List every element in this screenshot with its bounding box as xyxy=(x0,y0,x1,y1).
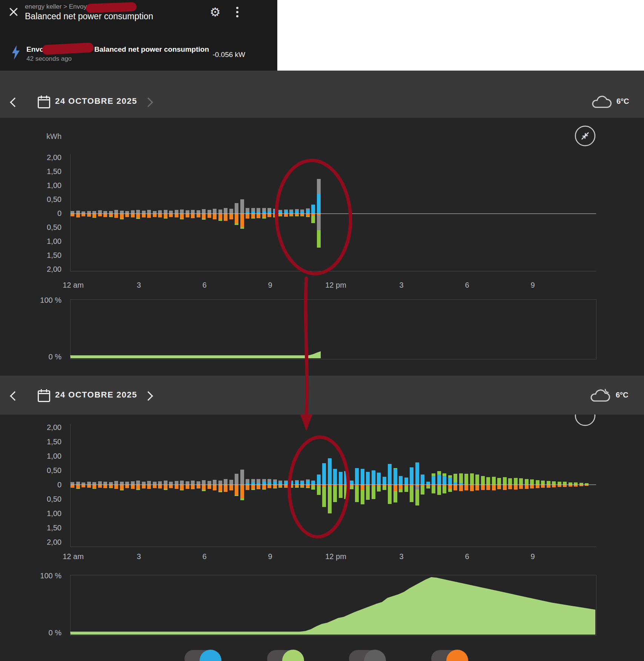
bar-segment-green xyxy=(393,468,397,469)
bar-segment-orange xyxy=(71,485,74,488)
bar-segment-green xyxy=(355,486,359,502)
bar-segment-orange xyxy=(202,214,206,219)
notification-event: Balanced net power consumption xyxy=(94,45,209,54)
bar-segment-orange xyxy=(92,485,96,488)
bar-segment-blue xyxy=(311,205,315,214)
bar-segment-green xyxy=(109,488,113,488)
bar-segment-orange xyxy=(186,214,189,217)
y-tick-label: 0 xyxy=(23,209,61,218)
bar-segment-blue xyxy=(317,194,321,214)
pct-min-label: 0 % xyxy=(23,352,61,361)
gear-icon[interactable]: ⚙ xyxy=(210,5,221,19)
bar-segment-green xyxy=(251,489,255,490)
bar-segment-gray xyxy=(306,479,310,481)
bar-segment-green xyxy=(503,477,507,485)
x-tick-label: 6 xyxy=(465,280,469,290)
bar-segment-green xyxy=(350,486,354,489)
x-tick-label: 12 pm xyxy=(325,552,346,561)
bar-segment-orange xyxy=(71,214,74,216)
bar-segment-green xyxy=(120,219,124,219)
bar-segment-green xyxy=(180,490,184,490)
bar-segment-gray xyxy=(235,203,238,214)
bar-segment-green xyxy=(432,473,435,476)
bar-segment-orange xyxy=(361,485,364,490)
y-tick-label: 1,50 xyxy=(23,437,61,446)
bar-segment-blue xyxy=(344,471,348,485)
bar-segment-green xyxy=(448,489,452,492)
bar-segment-green xyxy=(481,476,485,485)
collapse-chart-button[interactable] xyxy=(575,125,596,148)
pct-max-label: 100 % xyxy=(23,296,61,305)
bar-segment-green xyxy=(464,474,468,485)
bar-segment-green xyxy=(251,218,255,219)
bar-segment-orange xyxy=(552,485,556,487)
bar-segment-orange xyxy=(180,485,184,490)
bar-segment-gray xyxy=(284,481,288,482)
bar-segment-orange xyxy=(514,485,518,490)
bar-segment-orange xyxy=(98,214,102,216)
y-axis-unit: kWh xyxy=(38,132,61,141)
bar-segment-orange xyxy=(240,485,244,498)
bar-segment-gray xyxy=(240,470,244,485)
bar-segment-blue xyxy=(328,458,332,485)
y-tick-label: 1,50 xyxy=(23,523,61,532)
y-tick-label: 0,50 xyxy=(23,495,61,504)
bar-segment-orange xyxy=(541,485,545,488)
bar-segment-orange xyxy=(229,485,233,490)
temperature-label-1: 6°C xyxy=(616,97,629,106)
bar-segment-gray xyxy=(251,208,255,211)
bar-segment-orange xyxy=(481,485,485,490)
bar-segment-orange xyxy=(503,485,507,490)
x-tick-label: 3 xyxy=(399,280,403,290)
bar-segment-green xyxy=(475,475,479,485)
bar-segment-green xyxy=(295,216,299,216)
bar-segment-green xyxy=(109,216,113,217)
bar-segment-green xyxy=(317,230,321,248)
bar-segment-green xyxy=(410,486,413,502)
bar-segment-blue xyxy=(448,478,452,485)
bar-segment-orange xyxy=(131,485,135,489)
bar-segment-green xyxy=(530,479,534,485)
bar-segment-green xyxy=(459,473,463,484)
calendar-icon[interactable] xyxy=(38,390,50,402)
bar-segment-green xyxy=(344,486,348,499)
bar-segment-orange xyxy=(229,214,233,219)
bar-segment-green xyxy=(453,474,457,482)
collapse-arrows-icon xyxy=(582,133,589,139)
y-tick-label: 0,50 xyxy=(23,223,61,232)
bar-segment-green xyxy=(317,486,321,495)
bar-segment-green xyxy=(136,218,140,219)
bolt-icon xyxy=(12,45,20,60)
close-icon[interactable] xyxy=(8,7,19,17)
bar-segment-gray xyxy=(273,479,277,481)
bar-segment-blue xyxy=(437,475,441,485)
pct-min-label: 0 % xyxy=(23,628,61,637)
bar-segment-orange xyxy=(218,485,222,491)
bar-segment-orange xyxy=(153,485,157,488)
y-tick-label: 0,50 xyxy=(23,195,61,204)
calendar-icon[interactable] xyxy=(38,97,50,108)
bar-segment-orange xyxy=(76,485,80,488)
bar-segment-green xyxy=(76,488,80,489)
bar-segment-gray xyxy=(267,479,271,482)
bar-segment-orange xyxy=(530,485,534,488)
bar-segment-green xyxy=(393,491,397,502)
bar-segment-gray xyxy=(240,199,244,214)
bar-segment-gray xyxy=(317,215,321,231)
bar-segment-blue xyxy=(322,463,326,485)
overflow-menu-icon[interactable] xyxy=(236,7,238,17)
bar-segment-green xyxy=(235,223,238,225)
x-tick-label: 9 xyxy=(530,552,535,561)
bar-segment-gray xyxy=(278,210,282,211)
bar-segment-orange xyxy=(136,485,140,489)
x-axis-line xyxy=(70,547,596,547)
date-label-1[interactable]: 24 OCTOBRE 2025 xyxy=(55,96,137,106)
date-label-2[interactable]: 24 OCTOBRE 2025 xyxy=(55,390,137,400)
bar-segment-green xyxy=(289,216,293,216)
bar-segment-gray xyxy=(289,481,293,482)
bar-segment-orange xyxy=(464,485,468,490)
bar-segment-orange xyxy=(519,485,523,489)
bar-segment-orange xyxy=(125,485,129,488)
bar-segment-green xyxy=(295,487,299,487)
bar-segment-green xyxy=(202,490,206,491)
